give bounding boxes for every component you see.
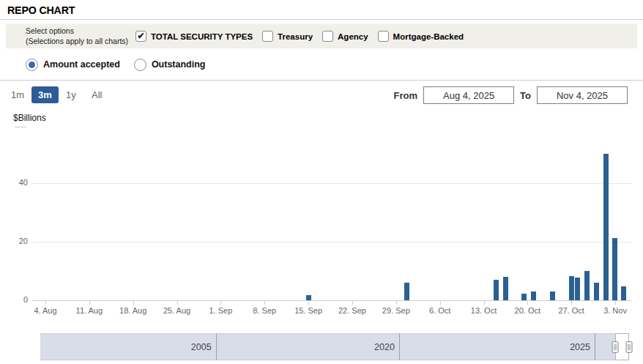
range-button-3m[interactable]: 3m [31, 86, 59, 103]
chart-bar[interactable] [594, 283, 599, 300]
checkbox-treasury[interactable]: Treasury [262, 31, 313, 42]
x-axis-tick [133, 300, 134, 305]
x-axis-tick [615, 300, 616, 305]
checkbox-box[interactable]: ✔ [135, 31, 146, 42]
to-date-input[interactable] [537, 86, 628, 104]
x-axis-tick [89, 300, 90, 305]
range-button-all[interactable]: All [92, 86, 102, 103]
radio-label: Outstanding [152, 59, 206, 70]
y-axis-label: 20 [3, 237, 28, 245]
x-axis-line [32, 300, 631, 301]
radio-dot-icon [29, 62, 35, 68]
chart-bar[interactable] [569, 276, 574, 300]
x-axis-label: 13. Oct [462, 306, 506, 315]
x-axis-label: 20. Oct [505, 306, 549, 315]
x-axis-label: 18. Aug [111, 306, 155, 315]
y-axis-title-underline [15, 127, 26, 127]
navigator-year-divider [399, 333, 400, 360]
chart-bar[interactable] [306, 295, 311, 300]
select-options-label: Select options (Selections apply to all … [26, 26, 135, 46]
security-type-checkbox-group: ✔TOTAL SECURITY TYPESTreasuryAgencyMortg… [135, 31, 464, 42]
from-date-input[interactable] [423, 86, 514, 104]
checkbox-agency[interactable]: Agency [322, 31, 368, 42]
navigator-year-label: 2020 [351, 342, 395, 352]
radio-label: Amount accepted [43, 59, 120, 70]
x-axis-label: 6. Oct [418, 306, 462, 315]
from-label: From [394, 90, 418, 101]
series-toggle-group: Amount acceptedOutstanding [0, 49, 643, 81]
x-axis-label: 4. Aug [23, 306, 67, 315]
checkbox-label: TOTAL SECURITY TYPES [151, 32, 253, 41]
range-button-1m[interactable]: 1m [11, 86, 24, 103]
navigator-handle-right[interactable] [625, 341, 632, 353]
checkbox-label: Treasury [278, 32, 313, 41]
x-axis-tick [45, 300, 46, 305]
range-button-1y[interactable]: 1y [66, 86, 76, 103]
radio-button[interactable] [134, 59, 146, 71]
x-axis-tick [308, 300, 309, 305]
chart-bar[interactable] [621, 286, 626, 300]
select-options-title: Select options [26, 26, 135, 37]
checkbox-box[interactable] [322, 31, 333, 42]
chart-bar[interactable] [584, 271, 590, 300]
y-axis-label: 0 [3, 295, 28, 304]
chart-bar[interactable] [521, 294, 527, 300]
chart-bar[interactable] [503, 277, 508, 300]
repo-chart: $Billions 4. Aug11. Aug18. Aug25. Aug1. … [0, 110, 643, 330]
checkbox-box[interactable] [378, 31, 389, 42]
x-axis-label: 1. Sep [198, 306, 242, 315]
x-axis-label: 11. Aug [67, 306, 111, 315]
x-axis-label: 27. Oct [549, 306, 593, 315]
titlebar: REPO CHART [0, 0, 643, 20]
checkbox-box[interactable] [262, 31, 273, 42]
chart-bar[interactable] [550, 291, 555, 300]
range-selector-row: 1m3m1yAll From To [0, 81, 643, 110]
page-title: REPO CHART [7, 4, 75, 16]
repo-chart-page: REPO CHART Select options (Selections ap… [0, 0, 643, 364]
chart-bar[interactable] [404, 283, 409, 300]
x-axis-label: 25. Aug [155, 306, 199, 315]
checkbox-total-security-types[interactable]: ✔TOTAL SECURITY TYPES [135, 31, 253, 42]
x-axis-tick [527, 300, 528, 305]
chart-bar[interactable] [575, 278, 580, 300]
y-axis-label: 40 [3, 178, 28, 187]
checkbox-label: Agency [338, 32, 368, 41]
x-axis-label: 3. Nov [593, 306, 637, 315]
navigator-year-label: 2025 [546, 342, 590, 352]
chart-bar[interactable] [603, 154, 609, 300]
y-gridline [32, 183, 631, 184]
x-axis-tick [484, 300, 485, 305]
radio-amount-accepted[interactable]: Amount accepted [26, 59, 120, 71]
checkbox-label: Mortgage-Backed [393, 32, 464, 41]
radio-outstanding[interactable]: Outstanding [134, 59, 206, 71]
radio-button[interactable] [26, 59, 38, 71]
navigator-mask[interactable] [40, 333, 615, 360]
navigator-handle-left[interactable] [612, 341, 619, 353]
x-axis-label: 15. Sep [286, 306, 330, 315]
navigator: 200520202025 [40, 333, 631, 360]
x-axis-label: 29. Sep [374, 306, 418, 315]
navigator-year-label: 2005 [168, 342, 212, 352]
select-options-subtitle: (Selections apply to all charts) [26, 37, 135, 47]
y-gridline [32, 242, 631, 242]
navigator-year-divider [595, 333, 595, 360]
chart-bar[interactable] [612, 238, 617, 300]
chart-bar[interactable] [531, 291, 536, 300]
x-axis-tick [440, 300, 441, 305]
to-label: To [520, 90, 531, 101]
x-axis-tick [264, 300, 265, 305]
options-bar: Select options (Selections apply to all … [6, 24, 637, 48]
chart-bar[interactable] [494, 280, 499, 300]
x-axis-tick [571, 300, 572, 305]
x-axis-tick [177, 300, 178, 305]
x-axis-tick [352, 300, 353, 305]
checkmark-icon: ✔ [137, 31, 144, 40]
date-range-controls: From To [394, 86, 628, 104]
x-axis-label: 8. Sep [242, 306, 286, 315]
checkbox-mortgage-backed[interactable]: Mortgage-Backed [378, 31, 464, 42]
plot-area: 4. Aug11. Aug18. Aug25. Aug1. Sep8. Sep1… [32, 110, 631, 322]
navigator-year-divider [216, 333, 217, 360]
x-axis-tick [396, 300, 397, 305]
x-axis-label: 22. Sep [330, 306, 374, 315]
x-axis-tick [220, 300, 221, 305]
